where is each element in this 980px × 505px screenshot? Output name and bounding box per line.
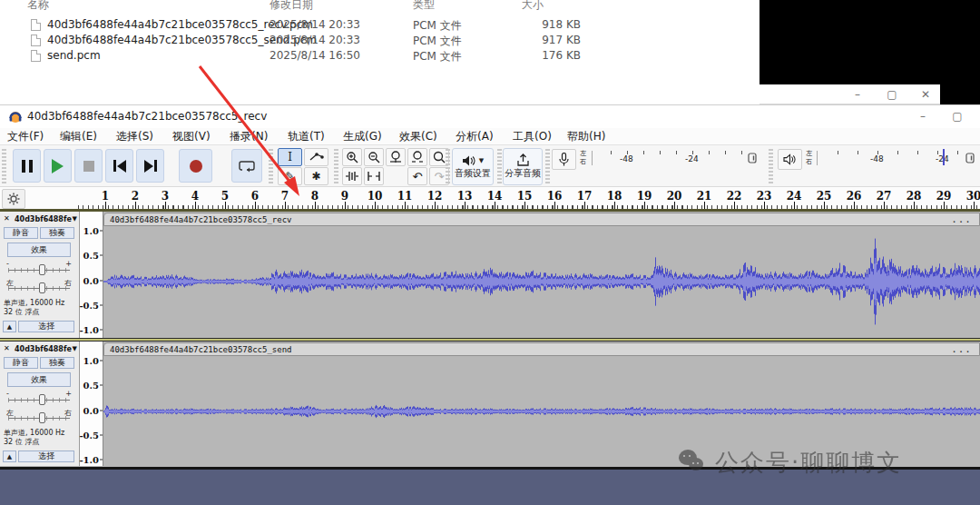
track-menu-chevron-icon[interactable]: ▼ xyxy=(73,215,77,223)
table-row[interactable]: send.pcm 2025/8/14 16:50 PCM 文件 176 KB xyxy=(0,48,760,64)
playback-meter-button[interactable] xyxy=(778,149,802,170)
toolbar-grip[interactable] xyxy=(497,149,502,183)
menu-select[interactable]: 选择(S) xyxy=(116,129,153,144)
menu-effect[interactable]: 效果(C) xyxy=(399,129,437,144)
selection-tool-button[interactable]: I xyxy=(278,148,302,166)
record-button[interactable] xyxy=(179,149,212,183)
clip-header[interactable]: 40d3bf6488fe44a4b7c21bce03578cc5_send ..… xyxy=(103,342,980,356)
multi-tool-button[interactable]: ✱ xyxy=(304,167,328,185)
gain-slider-thumb[interactable] xyxy=(39,394,45,405)
minimize-icon[interactable]: – xyxy=(850,87,865,102)
share-audio-button[interactable]: 分享音频 xyxy=(503,148,543,185)
gain-slider[interactable]: - + xyxy=(5,261,74,275)
pause-button[interactable] xyxy=(13,149,41,183)
toolbar-grip[interactable] xyxy=(269,149,273,183)
silence-audio-button[interactable] xyxy=(364,167,384,185)
pan-slider-thumb[interactable] xyxy=(39,412,45,423)
menu-generate[interactable]: 生成(G) xyxy=(343,129,382,144)
ruler-number: 18 xyxy=(607,190,622,203)
menu-analyze[interactable]: 分析(A) xyxy=(456,129,494,144)
meter-left-label: 左 xyxy=(806,151,812,157)
stop-button[interactable] xyxy=(74,149,103,183)
menu-view[interactable]: 视图(V) xyxy=(172,129,211,144)
solo-button[interactable]: 独奏 xyxy=(40,227,74,239)
collapse-track-button[interactable]: ▲ xyxy=(3,451,16,462)
mute-button[interactable]: 静音 xyxy=(4,227,38,239)
undo-button[interactable]: ↶ xyxy=(407,167,427,185)
column-header-date[interactable]: 修改日期 xyxy=(270,0,313,13)
vertical-ruler[interactable]: 1.00.50.0-0.5-1.0 xyxy=(80,212,103,338)
record-meter-scale[interactable]: -48 -24 xyxy=(592,151,757,165)
playback-meter-scale[interactable]: -48 -24 xyxy=(817,151,980,165)
column-header-size[interactable]: 大小 xyxy=(522,0,544,13)
play-button[interactable] xyxy=(44,149,72,183)
effects-button[interactable]: 效果 xyxy=(7,243,71,257)
track-close-icon[interactable]: ✕ xyxy=(4,344,10,352)
track-close-icon[interactable]: ✕ xyxy=(4,214,10,223)
menu-edit[interactable]: 编辑(E) xyxy=(60,129,97,144)
zoom-in-icon xyxy=(346,151,358,163)
skip-to-start-button[interactable] xyxy=(105,149,133,183)
ruler-number: 14 xyxy=(487,190,503,203)
menu-file[interactable]: 文件(F) xyxy=(7,129,44,144)
zoom-out-button[interactable] xyxy=(364,148,384,166)
timeline-options-button[interactable] xyxy=(2,189,25,209)
toolbar-grip[interactable] xyxy=(2,149,6,183)
close-icon[interactable]: ✕ xyxy=(918,87,933,102)
clip-header[interactable]: 40d3bf6488fe44a4b7c21bce03578cc5_recv ..… xyxy=(103,213,980,226)
zoom-fit-button[interactable] xyxy=(407,148,427,166)
track-menu-chevron-icon[interactable]: ▼ xyxy=(73,345,77,352)
toolbar-grip[interactable] xyxy=(446,149,450,183)
toolbar-grip[interactable] xyxy=(769,149,773,183)
mute-button[interactable]: 静音 xyxy=(4,357,38,369)
pan-slider-thumb[interactable] xyxy=(39,282,45,293)
clip-menu-ellipsis[interactable]: ... xyxy=(951,213,972,226)
collapse-track-button[interactable]: ▲ xyxy=(3,321,16,332)
titlebar: 40d3bf6488fe44a4b7c21bce03578cc5_recv – … xyxy=(0,105,980,128)
waveform-canvas[interactable] xyxy=(103,227,980,338)
effects-button[interactable]: 效果 xyxy=(7,372,71,387)
audio-setup-button[interactable]: ▼ 音频设置 xyxy=(452,148,494,185)
pan-slider[interactable]: 左 右 xyxy=(5,279,74,293)
gain-slider-thumb[interactable] xyxy=(39,264,45,275)
table-row[interactable]: 40d3bf6488fe44a4b7c21bce03578cc5_recv.pc… xyxy=(0,17,760,33)
loop-button[interactable] xyxy=(231,149,262,183)
ruler-number: 5 xyxy=(221,190,229,203)
menu-tracks[interactable]: 轨道(T) xyxy=(288,129,325,144)
ruler-number: 21 xyxy=(697,190,712,203)
ruler-number: 13 xyxy=(457,190,473,203)
column-header-name[interactable]: 名称 xyxy=(27,0,49,13)
menu-tools[interactable]: 工具(O) xyxy=(513,129,552,144)
draw-tool-button[interactable]: ✎ xyxy=(278,167,302,185)
zoom-in-button[interactable] xyxy=(342,148,362,166)
menu-help[interactable]: 帮助(H) xyxy=(567,129,605,144)
pan-slider[interactable]: 左 右 xyxy=(5,409,74,423)
vertical-ruler[interactable]: 1.00.50.0-0.5-1.0 xyxy=(80,342,103,466)
gain-slider[interactable]: - + xyxy=(5,391,74,405)
ruler-number: 25 xyxy=(817,190,832,203)
file-size: 176 KB xyxy=(504,49,581,62)
maximize-icon[interactable]: ▢ xyxy=(950,109,965,124)
clip-menu-ellipsis[interactable]: ... xyxy=(951,343,972,356)
timeline-ruler[interactable]: 1234567891011121314151617181920212223242… xyxy=(0,187,980,212)
maximize-icon[interactable]: ▢ xyxy=(885,87,899,102)
minimize-icon[interactable]: – xyxy=(916,109,930,124)
record-meter-button[interactable] xyxy=(552,149,576,170)
envelope-tool-button[interactable] xyxy=(304,148,328,166)
solo-button[interactable]: 独奏 xyxy=(40,357,74,369)
ruler-number: 26 xyxy=(847,190,862,203)
ruler-number: 8 xyxy=(311,190,318,203)
select-track-button[interactable]: 选择 xyxy=(18,451,74,462)
toolbar-grip[interactable] xyxy=(334,149,338,183)
toolbar-grip[interactable] xyxy=(545,149,550,183)
audio-clip[interactable]: 40d3bf6488fe44a4b7c21bce03578cc5_recv ..… xyxy=(103,213,980,336)
trim-audio-button[interactable] xyxy=(342,167,362,185)
track-name[interactable]: 40d3bf6488fe xyxy=(15,345,72,353)
zoom-selection-button[interactable] xyxy=(386,148,406,166)
select-track-button[interactable]: 选择 xyxy=(18,321,74,332)
skip-to-end-button[interactable] xyxy=(136,149,164,183)
column-header-type[interactable]: 类型 xyxy=(413,0,435,13)
table-row[interactable]: 40d3bf6488fe44a4b7c21bce03578cc5_send.pc… xyxy=(0,33,760,48)
menu-transport[interactable]: 播录(N) xyxy=(230,129,268,144)
track-name[interactable]: 40d3bf6488fe xyxy=(15,215,72,223)
